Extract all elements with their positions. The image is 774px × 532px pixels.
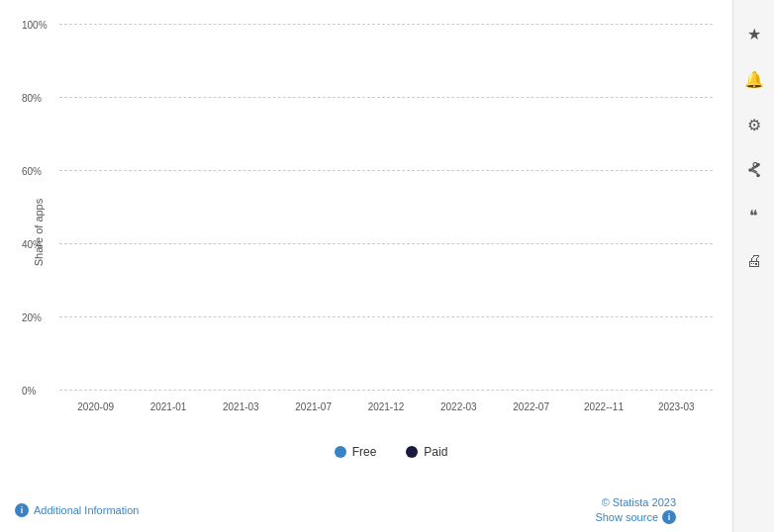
legend-dot-paid bbox=[406, 446, 418, 458]
sidebar: ★ 🔔 ⚙ ❝ 🖨 bbox=[732, 0, 774, 532]
chart-inner: 100% 80% 60% 40% 20% bbox=[59, 25, 713, 391]
additional-info-label: Additional Information bbox=[34, 504, 139, 516]
footer: i Additional Information © Statista 2023… bbox=[0, 496, 691, 524]
quote-icon[interactable]: ❝ bbox=[740, 202, 768, 229]
legend-item-paid: Paid bbox=[406, 445, 447, 459]
x-label-2021-03: 2021-03 bbox=[205, 401, 277, 412]
x-label-2021-07: 2021-07 bbox=[277, 401, 349, 412]
svg-point-1 bbox=[756, 174, 760, 178]
statista-credit: © Statista 2023 bbox=[602, 496, 676, 508]
y-tick-0: 0% bbox=[22, 386, 36, 397]
show-source-link[interactable]: Show source i bbox=[595, 510, 676, 524]
print-icon[interactable]: 🖨 bbox=[740, 247, 768, 275]
chart-area: Share of apps 100% 80% 60% bbox=[0, 0, 732, 532]
legend: FreePaid bbox=[59, 445, 723, 459]
x-label-2022--11: 2022--11 bbox=[567, 401, 639, 412]
x-axis-labels: 2020-092021-012021-032021-072021-122022-… bbox=[59, 401, 713, 412]
y-tick-40: 40% bbox=[22, 239, 42, 250]
legend-item-free: Free bbox=[335, 445, 377, 459]
legend-label-free: Free bbox=[352, 445, 377, 459]
svg-point-0 bbox=[756, 163, 760, 167]
y-axis-label: Share of apps bbox=[33, 199, 45, 267]
footer-right: © Statista 2023 Show source i bbox=[595, 496, 676, 524]
chart-wrapper: Share of apps 100% 80% 60% bbox=[20, 25, 723, 440]
legend-dot-free bbox=[335, 446, 346, 458]
show-source-label: Show source bbox=[595, 511, 658, 523]
x-label-2020-09: 2020-09 bbox=[59, 401, 132, 412]
x-label-2022-07: 2022-07 bbox=[495, 401, 567, 412]
legend-label-paid: Paid bbox=[424, 445, 447, 459]
y-tick-80: 80% bbox=[22, 93, 42, 104]
x-label-2021-12: 2021-12 bbox=[349, 401, 422, 412]
info-icon: i bbox=[15, 503, 29, 517]
main-container: Share of apps 100% 80% 60% bbox=[0, 0, 774, 532]
y-tick-60: 60% bbox=[22, 166, 42, 177]
gear-icon[interactable]: ⚙ bbox=[740, 111, 768, 138]
additional-info-link[interactable]: i Additional Information bbox=[15, 503, 139, 517]
show-source-icon: i bbox=[662, 510, 676, 524]
x-label-2021-01: 2021-01 bbox=[132, 401, 204, 412]
x-label-2023-03: 2023-03 bbox=[640, 401, 713, 412]
y-tick-20: 20% bbox=[22, 312, 42, 323]
x-label-2022-03: 2022-03 bbox=[423, 401, 495, 412]
bell-icon[interactable]: 🔔 bbox=[740, 65, 768, 93]
share-icon[interactable] bbox=[740, 156, 768, 184]
y-tick-100: 100% bbox=[22, 20, 48, 31]
bars-container bbox=[59, 25, 713, 391]
star-icon[interactable]: ★ bbox=[740, 20, 768, 47]
